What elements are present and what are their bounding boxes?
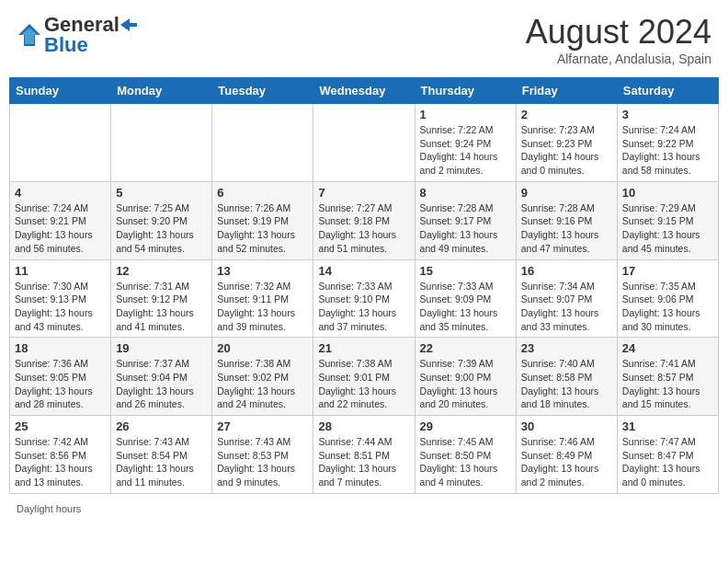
day-number: 3 bbox=[622, 108, 713, 121]
day-number: 24 bbox=[622, 341, 713, 355]
footer: Daylight hours bbox=[9, 500, 719, 518]
day-info: Sunrise: 7:27 AM Sunset: 9:18 PM Dayligh… bbox=[318, 201, 409, 256]
day-info: Sunrise: 7:44 AM Sunset: 8:51 PM Dayligh… bbox=[318, 435, 409, 489]
title-area: August 2024 Alfarnate, Andalusia, Spain bbox=[526, 13, 711, 66]
day-cell: 2Sunrise: 7:23 AM Sunset: 9:23 PM Daylig… bbox=[516, 104, 617, 182]
day-number: 18 bbox=[15, 341, 106, 355]
day-cell: 15Sunrise: 7:33 AM Sunset: 9:09 PM Dayli… bbox=[415, 259, 516, 338]
day-info: Sunrise: 7:45 AM Sunset: 8:50 PM Dayligh… bbox=[420, 435, 511, 489]
day-cell: 16Sunrise: 7:34 AM Sunset: 9:07 PM Dayli… bbox=[516, 259, 617, 338]
day-info: Sunrise: 7:31 AM Sunset: 9:12 PM Dayligh… bbox=[116, 280, 207, 334]
day-info: Sunrise: 7:35 AM Sunset: 9:06 PM Dayligh… bbox=[622, 280, 713, 334]
header-day-tuesday: Tuesday bbox=[212, 78, 313, 104]
logo-arrow bbox=[120, 18, 137, 31]
day-info: Sunrise: 7:46 AM Sunset: 8:49 PM Dayligh… bbox=[521, 435, 612, 489]
day-cell: 13Sunrise: 7:32 AM Sunset: 9:11 PM Dayli… bbox=[212, 259, 313, 338]
day-number: 17 bbox=[622, 264, 713, 278]
day-info: Sunrise: 7:25 AM Sunset: 9:20 PM Dayligh… bbox=[116, 201, 207, 256]
day-number: 7 bbox=[318, 186, 409, 200]
header-day-wednesday: Wednesday bbox=[313, 78, 415, 104]
header-day-friday: Friday bbox=[516, 78, 617, 104]
day-cell: 30Sunrise: 7:46 AM Sunset: 8:49 PM Dayli… bbox=[516, 416, 617, 494]
day-info: Sunrise: 7:28 AM Sunset: 9:16 PM Dayligh… bbox=[521, 201, 612, 256]
day-number: 11 bbox=[15, 264, 106, 278]
day-cell: 27Sunrise: 7:43 AM Sunset: 8:53 PM Dayli… bbox=[212, 416, 313, 494]
week-row-5: 25Sunrise: 7:42 AM Sunset: 8:56 PM Dayli… bbox=[10, 416, 719, 494]
day-info: Sunrise: 7:32 AM Sunset: 9:11 PM Dayligh… bbox=[217, 280, 308, 334]
day-info: Sunrise: 7:24 AM Sunset: 9:22 PM Dayligh… bbox=[622, 123, 713, 178]
day-cell: 23Sunrise: 7:40 AM Sunset: 8:58 PM Dayli… bbox=[516, 338, 617, 416]
calendar-table: SundayMondayTuesdayWednesdayThursdayFrid… bbox=[9, 77, 719, 494]
day-number: 29 bbox=[420, 419, 511, 433]
day-info: Sunrise: 7:43 AM Sunset: 8:53 PM Dayligh… bbox=[217, 435, 308, 489]
day-cell: 9Sunrise: 7:28 AM Sunset: 9:16 PM Daylig… bbox=[516, 181, 617, 259]
header: General Blue August 2024 Alfarnate, Anda… bbox=[9, 9, 719, 70]
day-cell bbox=[313, 104, 415, 182]
day-info: Sunrise: 7:36 AM Sunset: 9:05 PM Dayligh… bbox=[15, 357, 106, 411]
day-info: Sunrise: 7:29 AM Sunset: 9:15 PM Dayligh… bbox=[622, 201, 713, 256]
day-number: 26 bbox=[116, 419, 207, 433]
day-cell: 28Sunrise: 7:44 AM Sunset: 8:51 PM Dayli… bbox=[313, 416, 415, 494]
week-row-1: 1Sunrise: 7:22 AM Sunset: 9:24 PM Daylig… bbox=[10, 104, 719, 182]
day-number: 13 bbox=[217, 264, 308, 278]
day-number: 31 bbox=[622, 419, 713, 433]
day-cell: 25Sunrise: 7:42 AM Sunset: 8:56 PM Dayli… bbox=[10, 416, 111, 494]
daylight-label: Daylight hours bbox=[17, 503, 81, 514]
day-info: Sunrise: 7:30 AM Sunset: 9:13 PM Dayligh… bbox=[15, 280, 106, 334]
day-info: Sunrise: 7:40 AM Sunset: 8:58 PM Dayligh… bbox=[521, 357, 612, 411]
day-cell: 11Sunrise: 7:30 AM Sunset: 9:13 PM Dayli… bbox=[10, 259, 111, 338]
day-cell: 8Sunrise: 7:28 AM Sunset: 9:17 PM Daylig… bbox=[415, 181, 516, 259]
day-number: 10 bbox=[622, 186, 713, 200]
header-day-sunday: Sunday bbox=[10, 78, 111, 104]
day-number: 21 bbox=[318, 341, 409, 355]
day-number: 30 bbox=[521, 419, 612, 433]
day-number: 20 bbox=[217, 341, 308, 355]
day-cell bbox=[111, 104, 212, 182]
week-row-2: 4Sunrise: 7:24 AM Sunset: 9:21 PM Daylig… bbox=[10, 181, 719, 259]
day-info: Sunrise: 7:37 AM Sunset: 9:04 PM Dayligh… bbox=[116, 357, 207, 411]
day-info: Sunrise: 7:34 AM Sunset: 9:07 PM Dayligh… bbox=[521, 280, 612, 334]
day-cell: 6Sunrise: 7:26 AM Sunset: 9:19 PM Daylig… bbox=[212, 181, 313, 259]
day-cell: 20Sunrise: 7:38 AM Sunset: 9:02 PM Dayli… bbox=[212, 338, 313, 416]
header-day-monday: Monday bbox=[111, 78, 212, 104]
day-cell: 12Sunrise: 7:31 AM Sunset: 9:12 PM Dayli… bbox=[111, 259, 212, 338]
day-info: Sunrise: 7:38 AM Sunset: 9:02 PM Dayligh… bbox=[217, 357, 308, 411]
day-cell: 17Sunrise: 7:35 AM Sunset: 9:06 PM Dayli… bbox=[617, 259, 718, 338]
day-cell: 22Sunrise: 7:39 AM Sunset: 9:00 PM Dayli… bbox=[415, 338, 516, 416]
day-info: Sunrise: 7:43 AM Sunset: 8:54 PM Dayligh… bbox=[116, 435, 207, 489]
day-cell: 14Sunrise: 7:33 AM Sunset: 9:10 PM Dayli… bbox=[313, 259, 415, 338]
logo-icon bbox=[17, 22, 42, 48]
day-cell bbox=[10, 104, 111, 182]
day-cell: 24Sunrise: 7:41 AM Sunset: 8:57 PM Dayli… bbox=[617, 338, 718, 416]
month-title: August 2024 bbox=[526, 13, 711, 52]
day-info: Sunrise: 7:24 AM Sunset: 9:21 PM Dayligh… bbox=[15, 201, 106, 256]
day-info: Sunrise: 7:22 AM Sunset: 9:24 PM Dayligh… bbox=[420, 123, 511, 178]
logo: General Blue bbox=[17, 13, 138, 57]
day-number: 16 bbox=[521, 264, 612, 278]
day-number: 6 bbox=[217, 186, 308, 200]
day-info: Sunrise: 7:41 AM Sunset: 8:57 PM Dayligh… bbox=[622, 357, 713, 411]
day-number: 14 bbox=[318, 264, 409, 278]
header-row: SundayMondayTuesdayWednesdayThursdayFrid… bbox=[10, 78, 719, 104]
day-cell: 7Sunrise: 7:27 AM Sunset: 9:18 PM Daylig… bbox=[313, 181, 415, 259]
day-cell: 29Sunrise: 7:45 AM Sunset: 8:50 PM Dayli… bbox=[415, 416, 516, 494]
day-cell: 5Sunrise: 7:25 AM Sunset: 9:20 PM Daylig… bbox=[111, 181, 212, 259]
day-number: 5 bbox=[116, 186, 207, 200]
day-info: Sunrise: 7:26 AM Sunset: 9:19 PM Dayligh… bbox=[217, 201, 308, 256]
day-number: 8 bbox=[420, 186, 511, 200]
day-number: 1 bbox=[420, 108, 511, 121]
day-cell: 4Sunrise: 7:24 AM Sunset: 9:21 PM Daylig… bbox=[10, 181, 111, 259]
day-number: 28 bbox=[318, 419, 409, 433]
header-day-saturday: Saturday bbox=[617, 78, 718, 104]
day-cell: 21Sunrise: 7:38 AM Sunset: 9:01 PM Dayli… bbox=[313, 338, 415, 416]
week-row-4: 18Sunrise: 7:36 AM Sunset: 9:05 PM Dayli… bbox=[10, 338, 719, 416]
day-info: Sunrise: 7:23 AM Sunset: 9:23 PM Dayligh… bbox=[521, 123, 612, 178]
day-number: 9 bbox=[521, 186, 612, 200]
day-number: 25 bbox=[15, 419, 106, 433]
day-info: Sunrise: 7:42 AM Sunset: 8:56 PM Dayligh… bbox=[15, 435, 106, 489]
day-cell: 10Sunrise: 7:29 AM Sunset: 9:15 PM Dayli… bbox=[617, 181, 718, 259]
day-cell: 31Sunrise: 7:47 AM Sunset: 8:47 PM Dayli… bbox=[617, 416, 718, 494]
header-day-thursday: Thursday bbox=[415, 78, 516, 104]
day-number: 4 bbox=[15, 186, 106, 200]
day-number: 15 bbox=[420, 264, 511, 278]
